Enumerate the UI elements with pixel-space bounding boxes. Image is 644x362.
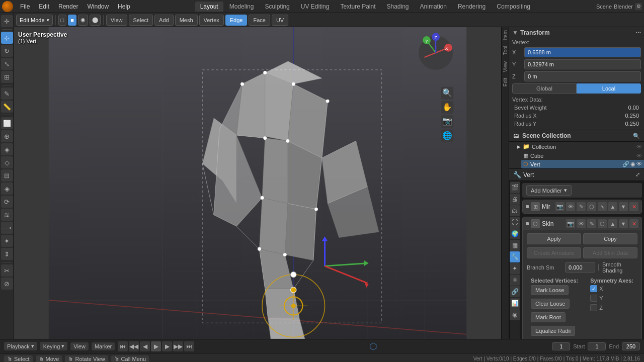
props-tab-output[interactable]: 🖨 — [509, 194, 520, 205]
tab-local[interactable]: Local — [577, 83, 641, 94]
scene-settings-btn[interactable]: ⚙ — [635, 3, 642, 10]
outliner-cube[interactable]: ▦ Cube 👁 — [521, 151, 644, 160]
mirror-edit-btn[interactable]: ✎ — [577, 202, 586, 211]
tab-uv-editing[interactable]: UV Editing — [296, 2, 335, 12]
smooth-shading-checkbox[interactable] — [598, 264, 599, 271]
move-status-btn[interactable]: 🖱 Move — [36, 355, 62, 363]
props-tab-modifier[interactable]: 🔧 — [509, 251, 520, 262]
skin-render-btn[interactable]: 📷 — [566, 219, 575, 228]
tool-transform[interactable]: ⊞ — [1, 71, 13, 83]
skin-cage-btn[interactable]: ⬡ — [598, 219, 607, 228]
props-tab-particles[interactable]: ✦ — [509, 263, 520, 274]
tool-rotate[interactable]: ↻ — [1, 45, 13, 57]
side-tab-edit[interactable]: Edit — [502, 75, 509, 89]
mirror-down-btn[interactable]: ▼ — [619, 202, 628, 211]
tool-poly-build[interactable]: ◈ — [1, 183, 13, 195]
tool-cursor[interactable]: ✛ — [1, 15, 13, 27]
side-tab-view[interactable]: View — [502, 58, 509, 75]
tool-spin[interactable]: ⟳ — [1, 196, 13, 208]
prev-keyframe-btn[interactable]: ◀◀ — [129, 341, 139, 351]
props-tab-material[interactable]: ◉ — [509, 309, 520, 320]
skin-down-btn[interactable]: ▼ — [619, 219, 628, 228]
mode-selector[interactable]: Edit Mode ▾ — [16, 15, 53, 26]
tool-bisect[interactable]: ⊘ — [1, 278, 13, 290]
props-tab-data[interactable]: 📊 — [509, 298, 520, 309]
filter-icon[interactable]: 🔍 — [633, 133, 640, 139]
props-tab-physics[interactable]: ⚛ — [509, 275, 520, 286]
skin-add-data-btn[interactable]: Add Skin Data — [583, 247, 637, 258]
tool-extrude[interactable]: ⊕ — [1, 130, 13, 142]
vp-display-mode-render[interactable]: ⬤ — [90, 15, 101, 26]
mirror-expand-icon[interactable] — [526, 205, 529, 208]
vp-btn-face[interactable]: Face — [249, 15, 270, 26]
vp-display-mode-solid[interactable]: ■ — [68, 15, 76, 26]
x-axis-checkbox[interactable]: ✓ — [590, 285, 597, 292]
equalize-radii-btn[interactable]: Equalize Radii — [531, 326, 575, 336]
tool-edge-slide[interactable]: ⟶ — [1, 222, 13, 234]
tab-sculpting[interactable]: Sculpting — [260, 2, 294, 12]
z-axis-checkbox[interactable] — [590, 304, 597, 311]
vp-btn-select[interactable]: Select — [129, 15, 153, 26]
next-keyframe-btn[interactable]: ▶▶ — [173, 341, 183, 351]
menu-edit[interactable]: Edit — [35, 2, 53, 11]
tool-scale[interactable]: ⤡ — [1, 58, 13, 70]
vp-btn-view[interactable]: View — [106, 15, 127, 26]
vp-btn-add[interactable]: Add — [154, 15, 174, 26]
y-value-input[interactable] — [524, 59, 641, 69]
tab-shading[interactable]: Shading — [382, 2, 414, 12]
menu-window[interactable]: Window — [83, 2, 113, 11]
end-frame-input[interactable] — [622, 342, 640, 350]
playback-btn[interactable]: Playback ▾ — [4, 342, 37, 350]
transform-options-icon[interactable]: ⋯ — [635, 30, 641, 36]
side-tab-tool[interactable]: Tool — [502, 43, 509, 58]
transform-panel-header[interactable]: ▼ Transform ⋯ — [509, 27, 644, 38]
branch-sm-input[interactable] — [565, 262, 595, 273]
start-frame-input[interactable] — [588, 342, 606, 350]
mark-loose-btn[interactable]: Mark Loose — [531, 285, 569, 295]
rotate-view-status-btn[interactable]: 🖱 Rotate View — [65, 355, 108, 363]
skin-edit-btn[interactable]: ✎ — [587, 219, 596, 228]
tab-texture-paint[interactable]: Texture Paint — [335, 2, 380, 12]
tab-animation[interactable]: Animation — [415, 2, 452, 12]
tool-annotate[interactable]: ✎ — [1, 87, 13, 100]
tool-shrink-fatten[interactable]: ✦ — [1, 235, 13, 247]
props-tab-constraints[interactable]: 🔗 — [509, 286, 520, 297]
props-tab-scene[interactable]: ⛶ — [509, 217, 520, 228]
collection-vis-icon[interactable]: 👁 — [636, 144, 642, 150]
tool-smooth[interactable]: ≋ — [1, 209, 13, 221]
vp-display-mode-wire[interactable]: □ — [58, 15, 67, 26]
tab-global[interactable]: Global — [512, 83, 577, 94]
properties-expand-icon[interactable]: ⤢ — [635, 171, 640, 178]
mirror-view-btn[interactable]: 👁 — [566, 202, 575, 211]
tab-layout[interactable]: Layout — [195, 2, 223, 12]
skin-apply-btn[interactable]: Apply — [527, 233, 581, 244]
tool-loop-cut[interactable]: ⊟ — [1, 169, 13, 182]
props-tab-view-layer[interactable]: 🗂 — [509, 205, 520, 216]
tab-compositing[interactable]: Compositing — [492, 2, 535, 12]
clear-loose-btn[interactable]: Clear Loose — [531, 299, 570, 309]
skin-view-btn[interactable]: 👁 — [577, 219, 586, 228]
tool-inset[interactable]: ◈ — [1, 143, 13, 155]
cube-vis-icon[interactable]: 👁 — [636, 153, 642, 159]
vp-btn-vertex[interactable]: Vertex — [199, 15, 224, 26]
next-frame-btn[interactable]: ▶ — [162, 341, 172, 351]
skin-expand-icon[interactable] — [526, 222, 529, 225]
call-menu-status-btn[interactable]: 🖱 Call Menu — [111, 355, 149, 363]
outliner-collection[interactable]: ▸ 📁 Collection 👁 — [515, 142, 644, 151]
skin-up-btn[interactable]: ▲ — [608, 219, 617, 228]
vp-btn-edge[interactable]: Edge — [225, 15, 248, 26]
marker-btn[interactable]: Marker — [92, 342, 115, 350]
props-tab-world[interactable]: 🌍 — [509, 228, 520, 239]
x-value-input[interactable] — [524, 47, 641, 57]
mirror-delete-btn[interactable]: ✕ — [629, 202, 638, 211]
vert-vis-icon[interactable]: 👁 — [636, 161, 642, 167]
tool-measure[interactable]: 📏 — [1, 101, 13, 113]
skin-delete-btn[interactable]: ✕ — [629, 219, 638, 228]
skin-copy-btn[interactable]: Copy — [583, 233, 637, 244]
keying-btn[interactable]: Keying ▾ — [40, 342, 68, 350]
mirror-spline-btn[interactable]: ∿ — [598, 202, 607, 211]
vp-btn-mesh[interactable]: Mesh — [175, 15, 198, 26]
viewport-3d[interactable]: X Y Z 🔍 — [14, 27, 501, 339]
props-tab-render[interactable]: 🎬 — [509, 182, 520, 193]
jump-end-btn[interactable]: ⏭ — [184, 341, 194, 351]
